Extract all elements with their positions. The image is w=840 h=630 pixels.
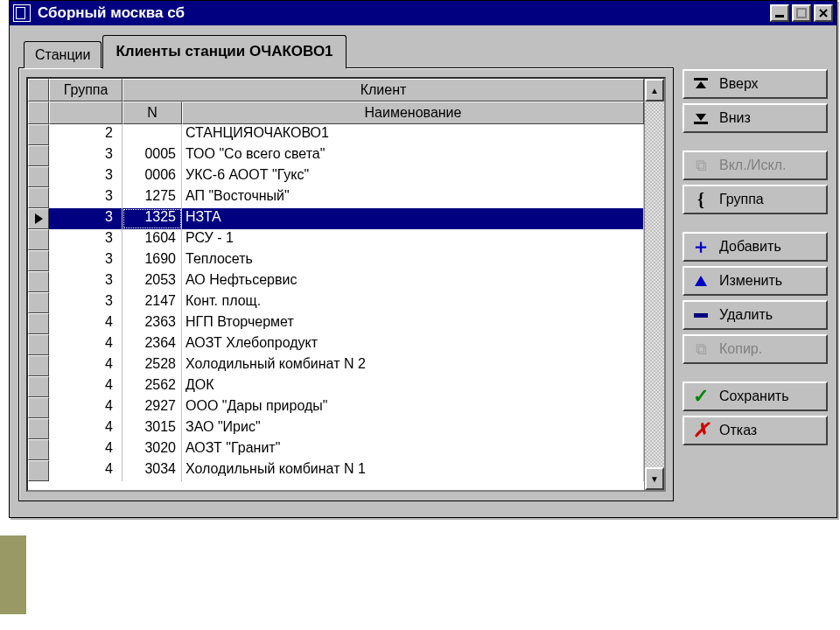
cell-n: 3034 [122, 460, 182, 481]
svg-rect-1 [797, 9, 806, 18]
row-marker [28, 460, 49, 481]
presentation-accent [0, 536, 26, 614]
group-label: Группа [719, 192, 764, 207]
app-icon [13, 4, 31, 22]
row-marker [28, 376, 49, 397]
row-marker [28, 145, 49, 166]
cell-group: 4 [49, 397, 122, 418]
cell-name: ДОК [182, 376, 644, 397]
cell-group: 4 [49, 376, 122, 397]
excl-label: Вкл./Искл. [719, 158, 787, 173]
col-n[interactable]: N [122, 102, 182, 124]
col-name[interactable]: Наименование [182, 102, 644, 124]
add-button[interactable]: ＋ Добавить [682, 232, 828, 262]
row-marker [28, 208, 49, 229]
col-marker[interactable] [28, 79, 49, 102]
del-label: Удалить [719, 307, 773, 323]
close-button[interactable] [814, 4, 833, 22]
col-client[interactable]: Клиент [122, 79, 644, 102]
copy-button: ⧉ Копир. [682, 334, 828, 364]
scroll-down-icon[interactable]: ▼ [645, 467, 664, 490]
cell-name: ООО "Дары природы" [182, 397, 644, 418]
x-icon: ✗ [691, 421, 710, 440]
brace-icon: { [691, 190, 710, 209]
table-row[interactable]: 42562ДОК [28, 376, 644, 397]
cell-name: АОЗТ "Гранит" [182, 439, 644, 460]
arrow-up-icon [691, 74, 710, 94]
cell-group: 3 [49, 187, 122, 208]
table-row[interactable]: 30006УКС-6 АООТ "Гукс" [28, 166, 644, 187]
svg-rect-0 [775, 15, 784, 18]
cell-n: 1325 [122, 208, 182, 229]
table-row[interactable]: 31604РСУ - 1 [28, 229, 644, 250]
row-marker [28, 439, 49, 460]
cell-n: 3015 [122, 418, 182, 439]
scroll-track[interactable] [645, 102, 664, 467]
row-marker [28, 334, 49, 355]
col-marker-sub [28, 102, 49, 124]
clients-grid[interactable]: Группа Клиент N Наименование 2СТАНЦИЯОЧА… [28, 79, 644, 490]
cell-n: 0005 [122, 145, 182, 166]
table-row[interactable]: 2СТАНЦИЯОЧАКОВО1 [28, 124, 644, 145]
cell-group: 4 [49, 334, 122, 355]
titlebar[interactable]: Сборный москва сб [10, 1, 836, 25]
table-row[interactable]: 42363НГП Вторчермет [28, 313, 644, 334]
cell-name: Холодильный комбинат N 1 [182, 460, 644, 481]
app-window: Сборный москва сб Станции Клиенты станци… [9, 0, 837, 518]
table-row[interactable]: 43020АОЗТ "Гранит" [28, 439, 644, 460]
cell-name: РСУ - 1 [182, 229, 644, 250]
tab-clients[interactable]: Клиенты станции ОЧАКОВО1 [102, 35, 346, 69]
table-row[interactable]: 43015ЗАО "Ирис" [28, 418, 644, 439]
col-group[interactable]: Группа [49, 79, 122, 102]
delete-button[interactable]: Удалить [682, 300, 828, 330]
scroll-up-icon[interactable]: ▲ [645, 79, 664, 102]
copy-label: Копир. [719, 341, 762, 357]
down-button[interactable]: Вниз [682, 103, 828, 133]
cell-n: 2528 [122, 355, 182, 376]
cancel-button[interactable]: ✗ Отказ [682, 416, 828, 445]
row-marker [28, 229, 49, 250]
save-button[interactable]: ✓ Сохранить [682, 382, 828, 411]
cell-n: 1604 [122, 229, 182, 250]
cell-n: 2927 [122, 397, 182, 418]
save-label: Сохранить [719, 388, 789, 404]
row-marker [28, 250, 49, 271]
action-panel: Вверх Вниз ⧉ Вкл./Искл. { Группа ＋ Добав… [682, 34, 828, 501]
row-marker [28, 292, 49, 313]
table-row[interactable]: 32053АО Нефтьсервис [28, 271, 644, 292]
tab-stations[interactable]: Станции [24, 41, 102, 68]
maximize-button[interactable] [792, 4, 811, 22]
table-row[interactable]: 31275АП "Восточный" [28, 187, 644, 208]
table-row[interactable]: 42528Холодильный комбинат N 2 [28, 355, 644, 376]
cell-n: 2147 [122, 292, 182, 313]
table-row[interactable]: 42927ООО "Дары природы" [28, 397, 644, 418]
edit-button[interactable]: Изменить [682, 266, 828, 296]
table-row[interactable]: 31690Теплосеть [28, 250, 644, 271]
toggle-icon: ⧉ [691, 156, 710, 175]
group-button[interactable]: { Группа [682, 185, 828, 214]
minimize-button[interactable] [770, 4, 789, 22]
table-row[interactable]: 43034Холодильный комбинат N 1 [28, 460, 644, 481]
col-group-sub [49, 102, 122, 124]
table-row[interactable]: 30005ТОО "Со всего света" [28, 145, 644, 166]
up-button[interactable]: Вверх [682, 69, 828, 99]
table-row[interactable]: 31325НЗТА [28, 208, 644, 229]
cell-group: 4 [49, 439, 122, 460]
cell-name: АОЗТ Хлебопродукт [182, 334, 644, 355]
cell-name: Теплосеть [182, 250, 644, 271]
add-label: Добавить [719, 239, 781, 255]
cell-n: 2363 [122, 313, 182, 334]
cell-group: 3 [49, 166, 122, 187]
cell-n: 1275 [122, 187, 182, 208]
cell-group: 4 [49, 313, 122, 334]
cell-n: 2053 [122, 271, 182, 292]
cell-group: 4 [49, 355, 122, 376]
window-title: Сборный москва сб [38, 4, 770, 22]
row-marker [28, 124, 49, 145]
table-row[interactable]: 42364АОЗТ Хлебопродукт [28, 334, 644, 355]
row-marker [28, 166, 49, 187]
cell-group: 2 [49, 124, 122, 145]
vertical-scrollbar[interactable]: ▲ ▼ [644, 79, 664, 490]
table-row[interactable]: 32147Конт. площ. [28, 292, 644, 313]
cell-group: 3 [49, 229, 122, 250]
